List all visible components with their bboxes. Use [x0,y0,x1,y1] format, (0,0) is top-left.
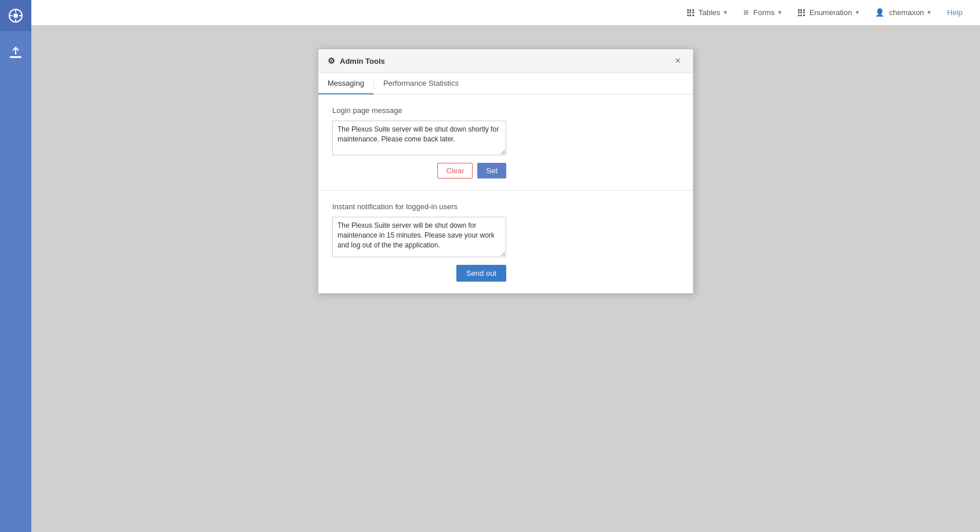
notification-textarea[interactable] [332,217,506,257]
sidebar-logo[interactable] [0,0,31,31]
modal-close-button[interactable]: × [672,55,684,67]
modal-title: ⚙ Admin Tools [328,56,385,65]
logo-icon [8,8,24,24]
login-page-label: Login page message [332,106,679,115]
settings-gear-icon: ⚙ [328,56,335,65]
login-page-textarea[interactable] [332,121,506,155]
upload-icon [9,46,23,60]
forms-label: Forms [753,8,775,17]
svg-point-1 [13,13,18,18]
modal-title-text: Admin Tools [340,57,385,65]
forms-menu[interactable]: ⊞ Forms ▼ [738,6,789,19]
modal-body: Login page message Clear Set Instant not… [318,94,693,293]
page-background: ⚙ Admin Tools × Messaging Performance St… [31,25,980,532]
send-out-button[interactable]: Send out [456,265,506,282]
modal-tabs: Messaging Performance Statistics [318,73,693,94]
tables-grid-icon [687,9,694,16]
set-button[interactable]: Set [477,163,506,178]
tab-messaging[interactable]: Messaging [318,73,373,94]
notification-label: Instant notification for logged-in users [332,202,679,211]
clear-button[interactable]: Clear [437,163,473,178]
navbar: Tables ▼ ⊞ Forms ▼ Enumeration ▼ [31,0,980,25]
modal-header: ⚙ Admin Tools × [318,49,693,73]
sidebar-upload-button[interactable] [0,37,31,68]
admin-tools-modal: ⚙ Admin Tools × Messaging Performance St… [318,49,694,294]
tables-menu[interactable]: Tables ▼ [681,6,734,19]
user-menu[interactable]: 👤 chemaxon ▼ [869,6,938,19]
enumeration-chevron: ▼ [854,9,860,16]
login-page-buttons: Clear Set [332,163,506,178]
tables-label: Tables [699,8,721,17]
login-page-message-section: Login page message Clear Set [318,94,693,191]
help-link[interactable]: Help [941,6,968,19]
sidebar [0,0,31,532]
enum-grid-icon [798,9,805,16]
enumeration-menu[interactable]: Enumeration ▼ [792,6,866,19]
user-chevron: ▼ [926,9,932,16]
enumeration-label: Enumeration [810,8,852,17]
tab-performance-statistics[interactable]: Performance Statistics [374,73,468,94]
send-row: Send out [332,265,506,282]
main-content: Tables ▼ ⊞ Forms ▼ Enumeration ▼ [31,0,980,532]
user-label: chemaxon [889,8,924,17]
svg-rect-6 [10,56,21,58]
forms-icon: ⊞ [743,9,749,16]
user-icon: 👤 [875,8,884,17]
notification-section: Instant notification for logged-in users… [318,191,693,293]
tables-chevron: ▼ [723,9,728,16]
forms-chevron: ▼ [777,9,783,16]
